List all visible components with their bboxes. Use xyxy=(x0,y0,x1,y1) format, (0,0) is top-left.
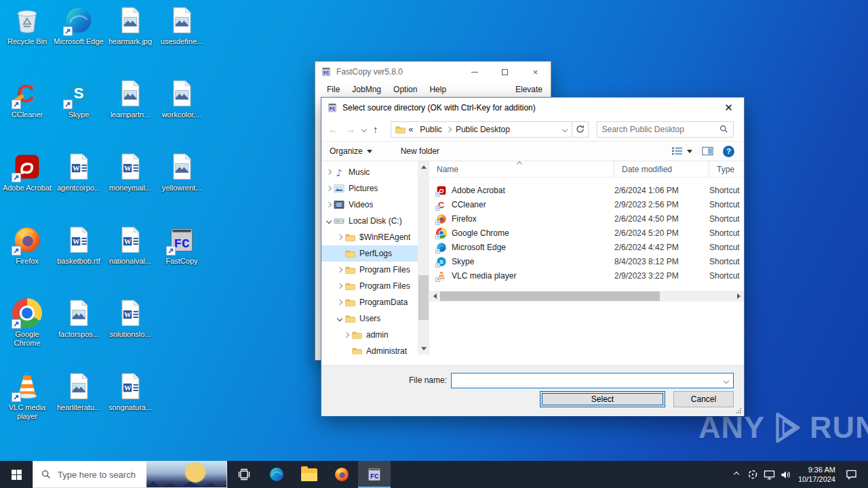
resize-grip[interactable] xyxy=(735,407,742,414)
file-row-google-chrome[interactable]: Google Chrome2/6/2024 5:20 PMShortcut xyxy=(429,226,744,240)
cancel-button[interactable]: Cancel xyxy=(673,391,734,407)
file-row-microsoft-edge[interactable]: Microsoft Edge2/6/2024 4:42 PMShortcut xyxy=(429,240,744,254)
desktop-icon-learnpartn[interactable]: learnpartn... xyxy=(104,75,156,148)
tree-item-perflogs[interactable]: PerfLogs xyxy=(321,245,418,262)
column-header-type[interactable]: Type xyxy=(709,161,744,177)
select-button[interactable]: Select xyxy=(540,391,665,407)
expand-arrow-icon[interactable] xyxy=(324,170,334,174)
tree-item-programdata[interactable]: ProgramData xyxy=(321,294,418,310)
desktop-icon-fastcopy[interactable]: FCFastCopy xyxy=(156,221,208,294)
action-center-button[interactable] xyxy=(838,461,864,488)
desktop-icon-hearmark-jpg[interactable]: hearmark.jpg xyxy=(104,1,156,75)
change-view-button[interactable] xyxy=(671,146,692,156)
menu-elevate[interactable]: Elevate xyxy=(509,85,545,94)
taskbar-search-input[interactable] xyxy=(58,470,146,480)
desktop-icon-vlc-media-player[interactable]: VLC media player xyxy=(1,367,53,441)
file-row-adobe-acrobat[interactable]: Adobe Acrobat2/6/2024 1:06 PMShortcut xyxy=(429,183,744,197)
vertical-scroll-thumb[interactable] xyxy=(418,275,429,320)
collapse-arrow-icon[interactable] xyxy=(335,317,344,321)
menu-option[interactable]: Option xyxy=(387,85,423,94)
scroll-up-arrow[interactable] xyxy=(418,161,429,173)
refresh-button[interactable] xyxy=(572,121,589,138)
desktop-icon-recycle-bin[interactable]: Recycle Bin xyxy=(1,1,53,75)
breadcrumb-public[interactable]: Public xyxy=(420,125,442,134)
address-bar[interactable]: « Public Public Desktop xyxy=(391,121,572,138)
expand-arrow-icon[interactable] xyxy=(335,235,344,239)
new-folder-button[interactable]: New folder xyxy=(401,146,439,156)
desktop-icon-nationalval[interactable]: Wnationalval... xyxy=(104,221,156,294)
scroll-left-arrow[interactable] xyxy=(429,291,440,302)
tree-item-winreagent[interactable]: $WinREAgent xyxy=(321,229,418,245)
tree-item-users[interactable]: Users xyxy=(321,310,418,327)
file-name-dropdown-icon[interactable] xyxy=(719,373,733,388)
desktop-icon-agentcorpo[interactable]: Wagentcorpo... xyxy=(53,148,104,221)
column-header-date-modified[interactable]: Date modified xyxy=(614,161,709,177)
search-input[interactable] xyxy=(602,125,719,134)
collapse-arrow-icon[interactable] xyxy=(324,219,334,223)
forward-button[interactable]: → xyxy=(345,123,355,135)
file-name-input[interactable] xyxy=(452,373,719,388)
up-button[interactable]: ↑ xyxy=(373,123,378,135)
history-dropdown-icon[interactable] xyxy=(361,126,367,131)
minimize-button[interactable] xyxy=(459,62,490,82)
menu-file[interactable]: File xyxy=(321,85,346,94)
desktop-icon-factorspos[interactable]: factorspos... xyxy=(53,294,104,367)
desktop-icon-firefox[interactable]: Firefox xyxy=(1,221,53,294)
horizontal-scroll-thumb[interactable] xyxy=(440,291,660,301)
volume-icon[interactable] xyxy=(777,461,793,488)
tree-item-local-disk-c[interactable]: Local Disk (C:) xyxy=(321,213,418,229)
desktop-icon-songnatura[interactable]: Wsongnatura... xyxy=(104,367,156,441)
desktop-icon-solutionslo[interactable]: Wsolutionslo... xyxy=(104,294,156,367)
expand-arrow-icon[interactable] xyxy=(335,300,344,304)
desktop-icon-adobe-acrobat[interactable]: Adobe Acrobat xyxy=(1,148,53,221)
desktop-icon-hearliteratu[interactable]: hearliteratu... xyxy=(53,367,104,441)
scroll-right-arrow[interactable] xyxy=(733,291,744,302)
tree-item-program-files[interactable]: Program Files xyxy=(321,262,418,278)
fastcopy-titlebar[interactable]: FC FastCopy ver5.8.0 × xyxy=(315,62,551,82)
expand-arrow-icon[interactable] xyxy=(342,333,351,337)
organize-button[interactable]: Organize xyxy=(330,146,372,156)
tray-status-icon[interactable] xyxy=(745,461,761,488)
tree-item-administrat[interactable]: Administrat xyxy=(321,343,418,354)
taskbar-edge-button[interactable] xyxy=(260,461,293,488)
file-row-skype[interactable]: SSkype8/4/2023 8:12 PMShortcut xyxy=(429,254,744,268)
show-hidden-icons-button[interactable] xyxy=(728,461,745,488)
tree-item-program-files[interactable]: Program Files xyxy=(321,278,418,294)
file-row-vlc-media-player[interactable]: VLC media player2/9/2023 3:22 PMShortcut xyxy=(429,268,744,283)
menu-help[interactable]: Help xyxy=(423,85,452,94)
tree-item-admin[interactable]: admin xyxy=(321,327,418,343)
taskbar-file-explorer-button[interactable] xyxy=(293,461,326,488)
close-button[interactable]: × xyxy=(520,62,551,82)
file-row-ccleaner[interactable]: CCCleaner2/9/2023 2:56 PMShortcut xyxy=(429,197,744,211)
desktop-icon-microsoft-edge[interactable]: Microsoft Edge xyxy=(53,1,104,75)
horizontal-scrollbar[interactable] xyxy=(429,291,744,302)
task-view-button[interactable] xyxy=(228,461,260,488)
help-button[interactable]: ? xyxy=(723,146,734,157)
search-box[interactable] xyxy=(597,121,734,138)
tree-item-pictures[interactable]: Pictures xyxy=(321,180,418,197)
tree-item-videos[interactable]: Videos xyxy=(321,197,418,213)
desktop-icon-ccleaner[interactable]: CCCleaner xyxy=(1,75,53,148)
tree-vertical-scrollbar[interactable] xyxy=(418,161,429,354)
breadcrumb-public-desktop[interactable]: Public Desktop xyxy=(456,125,510,134)
search-highlight-image[interactable] xyxy=(146,462,226,487)
network-icon[interactable] xyxy=(761,461,777,488)
back-button[interactable]: ← xyxy=(328,123,338,135)
desktop-icon-basketbob-rtf[interactable]: Wbasketbob.rtf xyxy=(53,221,104,294)
expand-arrow-icon[interactable] xyxy=(324,186,334,190)
dialog-titlebar[interactable]: FC Select source directory (OK with Ctrl… xyxy=(321,98,744,117)
expand-arrow-icon[interactable] xyxy=(335,284,344,288)
taskbar-firefox-button[interactable] xyxy=(326,461,358,488)
menu-jobmng[interactable]: JobMng xyxy=(346,85,387,94)
file-name-combobox[interactable] xyxy=(451,373,734,388)
desktop-icon-google-chrome[interactable]: Google Chrome xyxy=(1,294,53,367)
preview-pane-button[interactable] xyxy=(702,146,713,156)
desktop-icon-moneymail[interactable]: Wmoneymail... xyxy=(104,148,156,221)
start-button[interactable] xyxy=(0,461,33,488)
dialog-close-button[interactable]: ✕ xyxy=(713,98,744,117)
taskbar-search[interactable] xyxy=(33,461,227,488)
expand-arrow-icon[interactable] xyxy=(335,268,344,272)
desktop-icon-usesdefine[interactable]: usesdefine... xyxy=(156,1,208,75)
scroll-down-arrow[interactable] xyxy=(418,343,429,354)
taskbar-clock[interactable]: 9:36 AM 10/17/2024 xyxy=(793,465,838,484)
